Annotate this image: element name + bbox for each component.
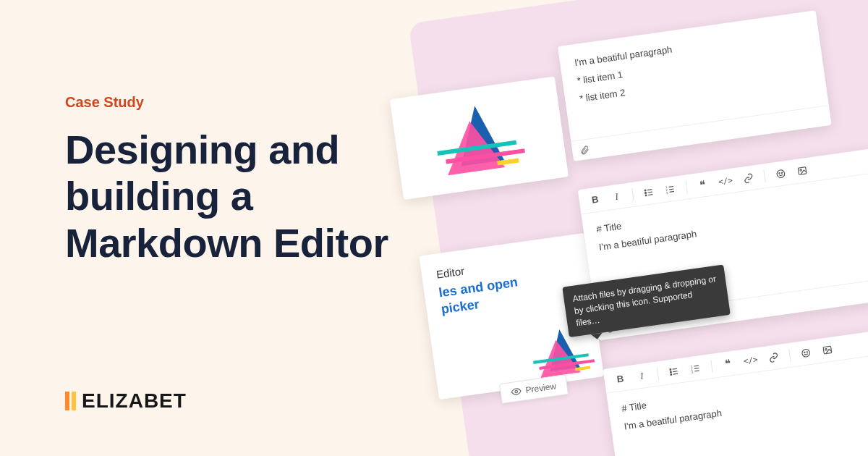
image-button[interactable] [821, 344, 834, 355]
ol-button[interactable]: 123 [664, 183, 677, 195]
link-button[interactable] [767, 351, 780, 363]
italic-button[interactable]: I [635, 369, 648, 382]
image-button[interactable] [796, 164, 809, 176]
bold-button[interactable]: B [589, 193, 602, 206]
svg-line-10 [669, 188, 673, 189]
svg-text:3: 3 [666, 190, 669, 194]
list-ol-icon: 123 [690, 363, 702, 374]
smile-icon [775, 168, 786, 180]
paperclip-icon [579, 144, 590, 156]
svg-point-17 [515, 390, 518, 393]
svg-line-29 [694, 371, 699, 371]
list-ul-icon [643, 186, 655, 198]
image-icon [822, 344, 833, 355]
list-ul-icon [668, 366, 680, 377]
code-button[interactable]: </> [743, 355, 758, 366]
svg-line-22 [673, 371, 677, 371]
svg-point-2 [645, 194, 647, 195]
kicker-label: Case Study [65, 94, 427, 111]
link-button[interactable] [742, 172, 755, 184]
svg-point-1 [645, 192, 647, 193]
ul-button[interactable] [668, 366, 681, 377]
svg-point-19 [670, 371, 671, 373]
triangle-logo-icon [432, 100, 527, 177]
link-icon [743, 172, 754, 184]
brand-bars-icon [65, 392, 76, 410]
preview-tab-label: Preview [525, 381, 557, 395]
quote-button[interactable]: ❝ [696, 177, 709, 192]
code-button[interactable]: </> [718, 176, 733, 187]
brand-text: ELIZABET [82, 389, 187, 413]
svg-point-30 [801, 348, 810, 357]
ol-button[interactable]: 123 [689, 363, 702, 374]
svg-point-13 [779, 172, 780, 173]
svg-point-12 [776, 169, 785, 178]
svg-point-20 [671, 373, 672, 375]
svg-point-32 [807, 351, 807, 352]
svg-line-28 [694, 368, 699, 368]
emoji-button[interactable] [799, 347, 812, 358]
svg-line-4 [647, 192, 652, 193]
brand-logo: ELIZABET [65, 389, 187, 413]
emoji-button[interactable] [774, 168, 787, 180]
svg-point-14 [781, 172, 782, 173]
list-ol-icon: 123 [665, 183, 676, 195]
svg-line-23 [673, 373, 678, 374]
quote-button[interactable]: ❝ [721, 356, 734, 371]
svg-line-3 [647, 189, 652, 190]
italic-button[interactable]: I [610, 190, 624, 203]
smile-icon [800, 347, 812, 358]
svg-line-11 [670, 191, 674, 192]
bold-button[interactable]: B [614, 373, 627, 385]
link-icon [768, 352, 780, 363]
illustration-stage: I'm a beatiful paragraph * list item 1 *… [365, 0, 868, 456]
svg-point-16 [800, 169, 802, 171]
svg-line-9 [669, 186, 673, 187]
eye-icon [511, 386, 522, 397]
svg-point-18 [670, 368, 671, 370]
svg-line-27 [694, 366, 698, 366]
page-title: Designing and building a Markdown Editor [65, 127, 427, 266]
svg-line-5 [648, 194, 652, 195]
svg-point-0 [644, 189, 646, 190]
svg-point-31 [804, 352, 804, 352]
svg-point-34 [825, 348, 827, 350]
image-icon [796, 165, 808, 177]
svg-line-21 [673, 368, 677, 369]
svg-text:3: 3 [692, 370, 694, 373]
ul-button[interactable] [642, 186, 655, 198]
